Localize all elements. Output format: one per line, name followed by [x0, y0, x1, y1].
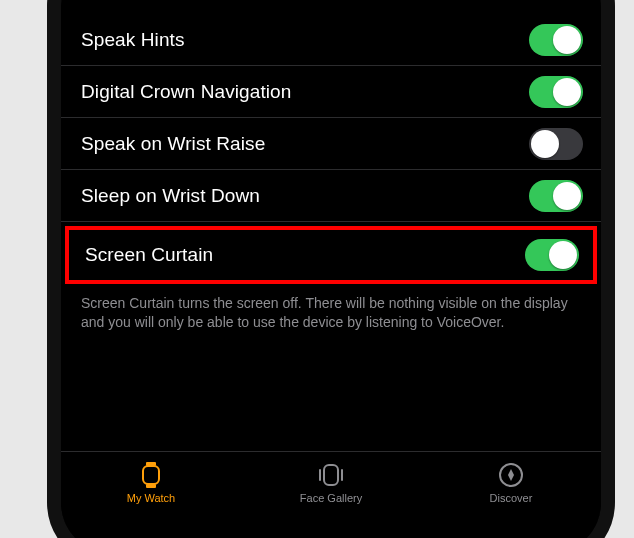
toggle-sleep-on-wrist-down[interactable] — [529, 180, 583, 212]
discover-icon — [498, 462, 524, 488]
tab-my-watch[interactable]: My Watch — [61, 462, 241, 504]
row-label: Speak on Wrist Raise — [81, 133, 265, 155]
row-label: Screen Curtain — [85, 244, 213, 266]
row-label: Sleep on Wrist Down — [81, 185, 260, 207]
toggle-speak-on-wrist-raise[interactable] — [529, 128, 583, 160]
watch-icon — [138, 462, 164, 488]
tab-face-gallery[interactable]: Face Gallery — [241, 462, 421, 504]
tab-bar: My Watch Face Gallery — [61, 451, 601, 538]
svg-rect-2 — [146, 484, 156, 488]
tab-discover[interactable]: Discover — [421, 462, 601, 504]
row-speak-hints[interactable]: Speak Hints — [61, 14, 601, 66]
row-screen-curtain[interactable]: Screen Curtain — [69, 230, 593, 280]
row-digital-crown-navigation[interactable]: Digital Crown Navigation — [61, 66, 601, 118]
screen: Speak Hints Digital Crown Navigation Spe… — [61, 0, 601, 538]
phone-frame: Speak Hints Digital Crown Navigation Spe… — [47, 0, 615, 538]
toggle-screen-curtain[interactable] — [525, 239, 579, 271]
tab-label: Face Gallery — [300, 492, 362, 504]
tab-label: My Watch — [127, 492, 176, 504]
toggle-speak-hints[interactable] — [529, 24, 583, 56]
settings-list: Speak Hints Digital Crown Navigation Spe… — [61, 0, 601, 451]
toggle-digital-crown-navigation[interactable] — [529, 76, 583, 108]
row-label: Digital Crown Navigation — [81, 81, 291, 103]
svg-marker-7 — [508, 469, 514, 481]
highlight-box: Screen Curtain — [65, 226, 597, 284]
tab-label: Discover — [490, 492, 533, 504]
face-gallery-icon — [318, 462, 344, 488]
row-speak-on-wrist-raise[interactable]: Speak on Wrist Raise — [61, 118, 601, 170]
settings-footer-text: Screen Curtain turns the screen off. The… — [61, 284, 601, 346]
row-label: Speak Hints — [81, 29, 185, 51]
row-sleep-on-wrist-down[interactable]: Sleep on Wrist Down — [61, 170, 601, 222]
svg-rect-1 — [143, 466, 159, 484]
svg-rect-3 — [324, 465, 338, 485]
